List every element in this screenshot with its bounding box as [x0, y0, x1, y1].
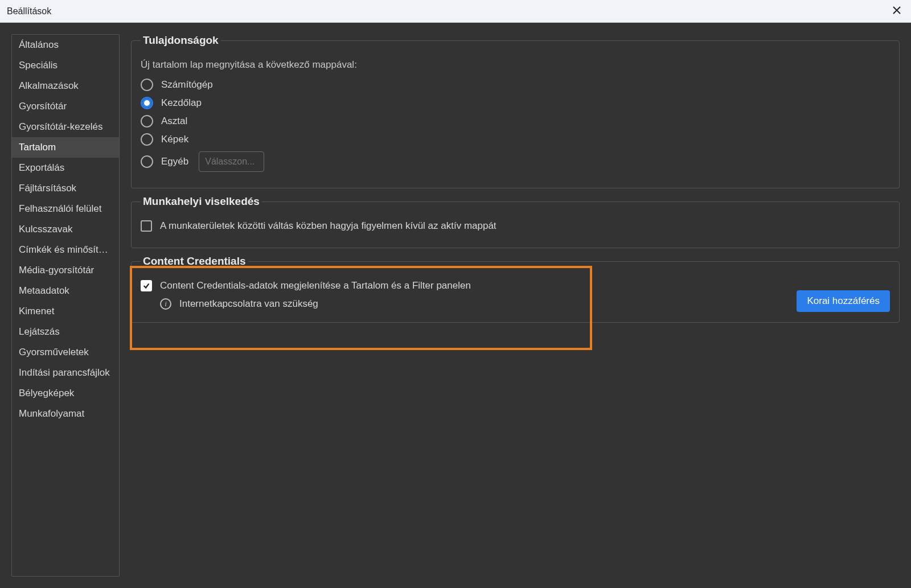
workplace-legend: Munkahelyi viselkedés: [141, 195, 262, 208]
sidebar-item[interactable]: Gyorsműveletek: [12, 342, 119, 363]
cc-checkbox-label: Content Credentials-adatok megjelenítése…: [160, 280, 471, 291]
radio-label: Számítógép: [161, 79, 213, 91]
radio-row[interactable]: Asztal: [141, 115, 890, 128]
radio-label: Kezdőlap: [161, 97, 202, 109]
content-area: ÁltalánosSpeciálisAlkalmazásokGyorsítótá…: [0, 23, 911, 588]
cc-checkbox[interactable]: [141, 280, 152, 291]
properties-legend: Tulajdonságok: [141, 34, 221, 47]
sidebar-item[interactable]: Exportálás: [12, 158, 119, 178]
content-credentials-legend: Content Credentials: [141, 255, 248, 268]
radio-row[interactable]: Egyéb: [141, 151, 890, 172]
info-icon: i: [160, 298, 171, 310]
sidebar-item[interactable]: Gyorsítótár: [12, 96, 119, 117]
sidebar-item[interactable]: Média-gyorsítótár: [12, 260, 119, 281]
sidebar-item[interactable]: Lejátszás: [12, 322, 119, 342]
radio-row[interactable]: Számítógép: [141, 79, 890, 91]
sidebar-item[interactable]: Általános: [12, 35, 119, 55]
radio-button[interactable]: [141, 155, 153, 168]
radio-row[interactable]: Kezdőlap: [141, 97, 890, 109]
cc-checkbox-row[interactable]: Content Credentials-adatok megjelenítése…: [141, 280, 890, 291]
sidebar-item[interactable]: Tartalom: [12, 137, 119, 158]
sidebar-item[interactable]: Speciális: [12, 55, 119, 76]
workplace-checkbox[interactable]: [141, 220, 152, 232]
radio-button[interactable]: [141, 133, 153, 146]
other-path-input[interactable]: [199, 151, 264, 172]
radio-row[interactable]: Képek: [141, 133, 890, 146]
radio-label: Képek: [161, 134, 188, 145]
sidebar-item[interactable]: Gyorsítótár-kezelés: [12, 117, 119, 137]
sidebar-item[interactable]: Felhasználói felület: [12, 199, 119, 219]
radio-label: Asztal: [161, 116, 187, 127]
window-title: Beállítások: [7, 6, 51, 17]
workplace-group: Munkahelyi viselkedés A munkaterületek k…: [131, 195, 900, 248]
properties-description: Új tartalom lap megnyitása a következő m…: [141, 59, 890, 71]
sidebar-item[interactable]: Metaadatok: [12, 281, 119, 301]
content-credentials-group: Content Credentials Content Credentials-…: [131, 255, 900, 323]
sidebar-item[interactable]: Alkalmazások: [12, 76, 119, 96]
properties-group: Tulajdonságok Új tartalom lap megnyitása…: [131, 34, 900, 188]
radio-button[interactable]: [141, 97, 153, 109]
workplace-checkbox-label: A munkaterületek közötti váltás közben h…: [160, 220, 496, 232]
close-icon[interactable]: [889, 3, 904, 19]
radio-button[interactable]: [141, 115, 153, 128]
titlebar: Beállítások: [0, 0, 911, 23]
workplace-checkbox-row[interactable]: A munkaterületek közötti váltás közben h…: [141, 220, 890, 232]
cc-info-text: Internetkapcsolatra van szükség: [179, 298, 318, 310]
sidebar-item[interactable]: Fájltársítások: [12, 178, 119, 199]
radio-label: Egyéb: [161, 156, 188, 167]
sidebar-item[interactable]: Címkék és minősítések: [12, 240, 119, 260]
sidebar-item[interactable]: Indítási parancsfájlok: [12, 363, 119, 383]
main-panel: Tulajdonságok Új tartalom lap megnyitása…: [131, 34, 900, 577]
early-access-button[interactable]: Korai hozzáférés: [797, 290, 890, 312]
sidebar-item[interactable]: Kimenet: [12, 301, 119, 322]
sidebar-item[interactable]: Bélyegképek: [12, 383, 119, 404]
sidebar: ÁltalánosSpeciálisAlkalmazásokGyorsítótá…: [11, 34, 120, 577]
cc-info-row: i Internetkapcsolatra van szükség: [160, 298, 890, 310]
sidebar-item[interactable]: Kulcsszavak: [12, 219, 119, 240]
radio-button[interactable]: [141, 79, 153, 91]
sidebar-item[interactable]: Munkafolyamat: [12, 404, 119, 424]
